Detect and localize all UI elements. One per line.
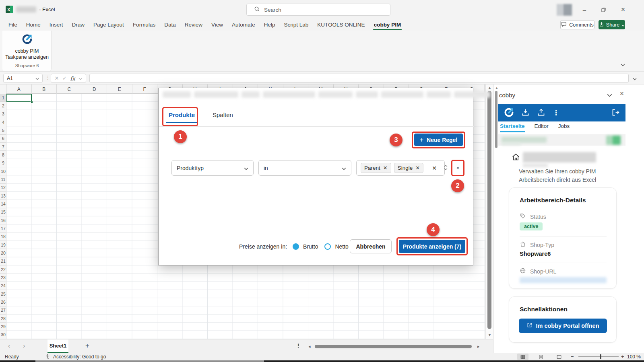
- name-box-separator[interactable]: ⋮: [45, 75, 50, 80]
- horizontal-scrollbar-thumb[interactable]: [315, 345, 472, 348]
- column-header[interactable]: B: [32, 84, 57, 94]
- blurred-workspace-bar[interactable]: [498, 134, 625, 146]
- radio-brutto[interactable]: [293, 243, 299, 250]
- comments-button[interactable]: Comments: [560, 20, 594, 29]
- confirm-entry-icon[interactable]: ✓: [62, 75, 67, 81]
- column-header[interactable]: A: [6, 84, 32, 94]
- search-input[interactable]: Search: [246, 4, 390, 16]
- row-header[interactable]: 16: [0, 216, 6, 224]
- ribbon-tab[interactable]: View: [207, 19, 227, 30]
- row-header[interactable]: 9: [0, 159, 6, 167]
- minimize-button[interactable]: –: [580, 5, 589, 14]
- scroll-right-icon[interactable]: ▸: [477, 344, 480, 349]
- zoom-slider-thumb[interactable]: [600, 354, 601, 359]
- row-header[interactable]: 10: [0, 167, 6, 175]
- zoom-level[interactable]: 100 %: [627, 354, 641, 360]
- pane-tab[interactable]: Startseite: [500, 123, 525, 132]
- close-window-button[interactable]: ×: [618, 5, 628, 14]
- blurred-user-avatar[interactable]: [557, 4, 572, 16]
- row-header[interactable]: 29: [0, 323, 6, 331]
- ribbon-tab[interactable]: Formulas: [128, 19, 160, 30]
- row-header[interactable]: 27: [0, 306, 6, 315]
- filter-value-chip[interactable]: Parent ✕: [361, 163, 391, 173]
- row-header[interactable]: 14: [0, 200, 6, 208]
- accessibility-status[interactable]: Accessibility: Good to go: [53, 354, 106, 360]
- ribbon-collapse-chevron-icon[interactable]: [618, 61, 627, 68]
- zoom-in-icon[interactable]: +: [621, 354, 624, 360]
- cobby-taskpane-button[interactable]: cobby PIM Taskpane anzeigen: [2, 34, 52, 61]
- row-header[interactable]: 24: [0, 282, 6, 290]
- scroll-left-icon[interactable]: ◂: [308, 344, 311, 349]
- sign-out-icon[interactable]: [611, 108, 620, 118]
- fill-handle[interactable]: [31, 101, 33, 103]
- row-header[interactable]: 18: [0, 233, 6, 241]
- filter-operator-select[interactable]: in: [258, 160, 351, 176]
- dialog-tab[interactable]: Spalten: [209, 109, 236, 123]
- normal-view-button[interactable]: [517, 354, 528, 360]
- zoom-out-icon[interactable]: −: [571, 354, 574, 360]
- upload-icon[interactable]: [537, 108, 545, 118]
- filter-field-select[interactable]: Produkttyp: [171, 160, 254, 176]
- scroll-up-icon[interactable]: ▲: [488, 86, 491, 90]
- row-header[interactable]: 23: [0, 274, 6, 282]
- scrollbar-options-icon[interactable]: ⋮: [296, 343, 301, 349]
- row-header[interactable]: 12: [0, 184, 6, 192]
- ribbon-tab[interactable]: Draw: [68, 19, 89, 30]
- filter-value-chip[interactable]: Single ✕: [394, 163, 423, 173]
- cancel-entry-icon[interactable]: ✕: [55, 75, 59, 81]
- row-header[interactable]: 28: [0, 315, 6, 323]
- expand-formula-bar-icon[interactable]: [633, 76, 637, 82]
- row-header[interactable]: 8: [0, 151, 6, 159]
- row-header[interactable]: 21: [0, 257, 6, 265]
- chip-remove-icon[interactable]: ✕: [383, 165, 388, 171]
- pane-close-icon[interactable]: ×: [620, 90, 624, 98]
- add-sheet-icon[interactable]: +: [85, 342, 89, 350]
- row-header[interactable]: 3: [0, 110, 6, 118]
- expand-values-icon[interactable]: [444, 164, 448, 172]
- previous-sheet-icon[interactable]: ‹: [8, 342, 10, 350]
- ribbon-tab[interactable]: Page Layout: [89, 19, 128, 30]
- more-options-icon[interactable]: ⋮: [553, 109, 559, 117]
- row-header[interactable]: 13: [0, 192, 6, 200]
- pane-tab[interactable]: Editor: [535, 123, 549, 132]
- zoom-slider-track[interactable]: [578, 356, 619, 357]
- cancel-button[interactable]: Abbrechen: [350, 239, 392, 253]
- radio-brutto-label[interactable]: Brutto: [303, 243, 318, 250]
- ribbon-tab[interactable]: Data: [160, 19, 180, 30]
- page-break-view-button[interactable]: [553, 354, 565, 360]
- download-icon[interactable]: [521, 108, 530, 118]
- ribbon-tab[interactable]: Script Lab: [280, 19, 313, 30]
- ribbon-tab[interactable]: Automate: [227, 19, 260, 30]
- radio-netto-label[interactable]: Netto: [335, 243, 348, 250]
- row-header[interactable]: 1: [0, 94, 6, 102]
- row-header[interactable]: 5: [0, 126, 6, 134]
- filter-values-multiselect[interactable]: Parent ✕ Single ✕ ✕: [356, 160, 445, 176]
- pane-chevron-down-icon[interactable]: [607, 92, 612, 98]
- page-layout-view-button[interactable]: [535, 354, 547, 360]
- open-portal-button[interactable]: Im cobby Portal öffnen: [519, 319, 607, 333]
- vertical-scrollbar[interactable]: ▲ ▼: [485, 84, 493, 339]
- delete-rule-button[interactable]: ×: [454, 162, 462, 174]
- show-products-button[interactable]: Produkte anzeigen (7): [399, 240, 465, 253]
- ribbon-tab[interactable]: File: [4, 19, 22, 30]
- ribbon-tab[interactable]: Insert: [45, 19, 68, 30]
- chip-remove-icon[interactable]: ✕: [415, 165, 420, 171]
- dialog-tab[interactable]: Produkte: [165, 109, 198, 123]
- pane-tab[interactable]: Jobs: [558, 123, 570, 132]
- clear-values-icon[interactable]: ✕: [432, 165, 437, 171]
- pane-scroll-up-icon[interactable]: ▲: [495, 86, 498, 90]
- share-button[interactable]: Share: [599, 20, 625, 29]
- ribbon-tab[interactable]: cobby PIM: [369, 19, 406, 30]
- row-header[interactable]: 25: [0, 290, 6, 298]
- column-header[interactable]: C: [57, 84, 82, 94]
- sheet-tab-active[interactable]: Sheet1: [47, 339, 68, 353]
- column-header[interactable]: E: [107, 84, 132, 94]
- row-header[interactable]: 11: [0, 175, 6, 183]
- restore-button[interactable]: [599, 5, 608, 14]
- column-header[interactable]: D: [82, 84, 107, 94]
- ribbon-tab[interactable]: Home: [22, 19, 45, 30]
- new-rule-button[interactable]: + Neue Regel: [414, 134, 463, 146]
- row-header[interactable]: 30: [0, 331, 6, 339]
- next-sheet-icon[interactable]: ›: [23, 342, 25, 350]
- ribbon-tab[interactable]: Review: [180, 19, 207, 30]
